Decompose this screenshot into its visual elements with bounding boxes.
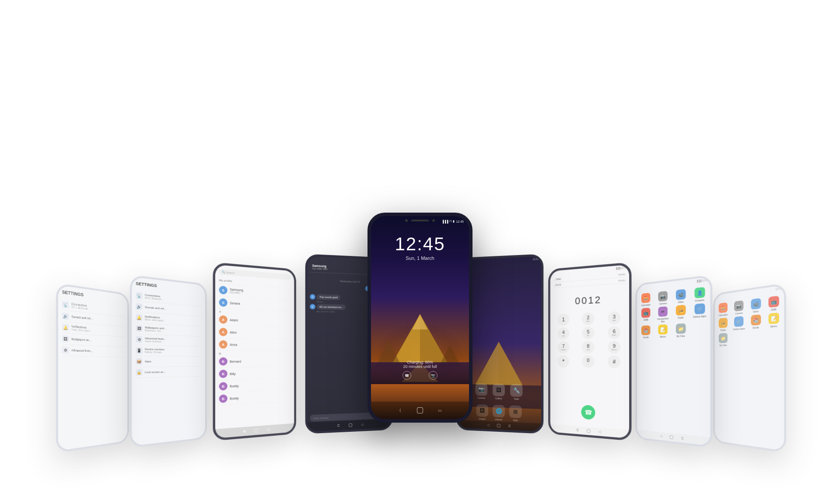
charging-line2: 20 minutes until full xyxy=(371,364,469,369)
app-video: 📹 Video xyxy=(672,289,689,304)
phone-far-left: SETTINGS 📡 Connections Wi-Fi, Bluetooth.… xyxy=(56,283,129,453)
notif-icon: 🔔 xyxy=(136,314,142,321)
avatar-alice: A xyxy=(219,328,228,336)
lockscreen-camera-icon: 📷 xyxy=(429,371,438,380)
phone-left-2: 🔍 Search My profile S Samsung 010-3456-.… xyxy=(213,262,296,441)
recents-button[interactable]: ▭ xyxy=(436,407,443,414)
contact-anna: A Anna xyxy=(219,338,291,351)
app-faded-5: 📻 Radio xyxy=(716,317,730,332)
app-myfiles: 📁 My Files xyxy=(672,323,689,338)
key-3[interactable]: 3 DEF xyxy=(602,311,627,325)
back-button[interactable]: ⟨ xyxy=(397,407,404,414)
app-faded-7: 📚 Kindle xyxy=(748,314,764,330)
charging-info: Charging: 80% 20 minutes until full xyxy=(371,360,469,369)
app-memo: 📝 Memo xyxy=(655,324,671,338)
home-status-time: 12:45 xyxy=(533,258,539,261)
charging-line1: Charging: 80% xyxy=(371,360,469,364)
app-faded-3: 📹 Video xyxy=(748,298,764,314)
avatar-boddy2: B xyxy=(219,394,228,403)
settings-text-faded: Connections Wi-Fi, Bluetooth... xyxy=(71,303,90,311)
avatar-boddy: B xyxy=(219,382,228,391)
app-faded-2: 📷 Camera xyxy=(732,300,746,315)
svg-marker-9 xyxy=(499,342,523,386)
app-kindle: 📚 Kindle xyxy=(639,325,654,339)
phone-notch xyxy=(371,216,469,225)
key-4[interactable]: 4 GHI xyxy=(552,327,574,340)
key-6[interactable]: 6 MNO xyxy=(602,326,627,339)
avatar-serana: S xyxy=(219,298,228,307)
avatar-bernard: B xyxy=(219,357,228,366)
app-dmb: 📺 DMB xyxy=(639,308,654,324)
settings-lock: 🔒 Lock screen an... xyxy=(136,367,202,378)
lockscreen-phone-icon: ☎ xyxy=(402,371,411,380)
msg-bubble-received-2: We can download cou... xyxy=(317,304,346,310)
settings-apps: 📦 Apps xyxy=(136,356,202,367)
contact-adam: A Adam xyxy=(219,313,291,328)
apps-nav: ◁ ⊏ xyxy=(637,430,710,446)
avatar-samsung: S xyxy=(219,286,228,294)
key-1[interactable]: 1 xyxy=(552,313,574,326)
key-hash[interactable]: # xyxy=(602,355,627,368)
phone-left-3: SETTINGS 📡 Connections Wi-Fi, Bluetooth.… xyxy=(130,275,207,448)
app-galaxy-apps: 🛒 Galaxy Apps xyxy=(691,303,708,321)
call-button[interactable]: ☎ xyxy=(581,405,595,420)
earpiece xyxy=(411,220,429,221)
phone-right-2: ▐▐▐ 12:45 ...7890 Mobile ...0123 Mobile … xyxy=(548,262,631,441)
key-8[interactable]: 8 TUV xyxy=(577,341,600,354)
app-faded-4: 📺 DMB xyxy=(766,295,782,312)
app-faded-1: 🧮 Calculator xyxy=(716,302,730,317)
lock-icon: 🔒 xyxy=(136,369,142,375)
stars-decor: · · · · · · · · · · · · · xyxy=(371,262,469,270)
phone-right-3: ⋮ ▐▐▐ 12:45 🧮 Calculator 📷 Camera 📹 Vide… xyxy=(635,275,712,448)
app-faded-6: 🛒 Galaxy Apps xyxy=(732,316,746,331)
lockscreen-date: Sun, 1 March xyxy=(371,256,469,261)
app-faded-8: 📝 Memo xyxy=(766,312,782,329)
app-radio: 📻 Radio xyxy=(672,304,689,322)
sounds-icon: 🔊 xyxy=(136,303,142,310)
settings-advanced: ⚙ Advanced featu... Game Overheat... xyxy=(136,334,202,347)
lockscreen-hours: 12:45 xyxy=(371,234,469,255)
app-calculator: 🧮 Calculator xyxy=(639,292,654,307)
section-b: B xyxy=(219,351,291,356)
settings-icon-faded: 📡 xyxy=(62,301,69,309)
key-7[interactable]: 7 PQRS xyxy=(552,341,574,354)
front-camera xyxy=(405,219,408,222)
lockscreen-time-display: 12:45 Sun, 1 March xyxy=(371,234,469,261)
app-gallery: 🖼 Gallery xyxy=(493,384,505,400)
app-camera-grid: 📷 Camera xyxy=(655,290,671,305)
settings-screen: SETTINGS 📡 Connections Wi-Fi, Bluetooth.… xyxy=(132,277,205,446)
key-9[interactable]: 9 WXYZ xyxy=(602,341,627,354)
device-icon: 📱 xyxy=(136,347,142,354)
lockscreen-nav-bar: ⟨ ▭ xyxy=(371,402,469,419)
nav-home xyxy=(254,429,258,433)
home-button[interactable] xyxy=(417,407,423,413)
avatar-billy: B xyxy=(219,370,228,378)
contacts-screen: 🔍 Search My profile S Samsung 010-3456-.… xyxy=(215,265,294,438)
key-2[interactable]: 2 ABC xyxy=(577,312,600,325)
key-0[interactable]: 0 + xyxy=(577,355,600,368)
contact-bernard: B Bernard xyxy=(219,355,291,368)
settings-screen-faded: SETTINGS 📡 Connections Wi-Fi, Bluetooth.… xyxy=(58,285,127,451)
dialer-nav: ⊏ ◁ xyxy=(550,424,629,438)
app-tools: 🔧 Tools xyxy=(510,384,523,400)
app-contacts-grid: 👤 Contacts xyxy=(691,287,708,302)
sensor xyxy=(432,219,435,222)
wallpaper-icon: 🖼 xyxy=(136,325,142,332)
apps-faded-screen: 12:45 🧮 Calculator 📷 Camera 📹 Video 📺 D xyxy=(715,285,784,451)
avatar-anna: A xyxy=(219,340,228,349)
dock-apps: ⊞ Apps xyxy=(509,405,522,422)
settings-device: 📱 Device monitors Battery, Storage... xyxy=(136,345,202,357)
apps-grid-screen: ⋮ ▐▐▐ 12:45 🧮 Calculator 📷 Camera 📹 Vide… xyxy=(637,277,710,446)
advanced-icon: ⚙ xyxy=(136,336,142,343)
app-files: ✏ Handwritten files xyxy=(655,306,671,323)
dialer-number-display: 0012 xyxy=(550,292,629,308)
apps-icon: 📦 xyxy=(136,358,142,364)
msg-bubble-received-1: That sounds good! xyxy=(317,294,341,300)
key-5[interactable]: 5 JKL xyxy=(577,326,600,339)
dock-images: 🖼 Images xyxy=(476,404,488,420)
phone-far-right: 12:45 🧮 Calculator 📷 Camera 📹 Video 📺 D xyxy=(713,283,786,453)
phone-showcase: SETTINGS 📡 Connections Wi-Fi, Bluetooth.… xyxy=(114,55,726,449)
key-star[interactable]: * xyxy=(552,355,574,368)
contact-alice: A Alice xyxy=(219,326,291,340)
contact-boddy2: B Boddy xyxy=(219,390,291,405)
